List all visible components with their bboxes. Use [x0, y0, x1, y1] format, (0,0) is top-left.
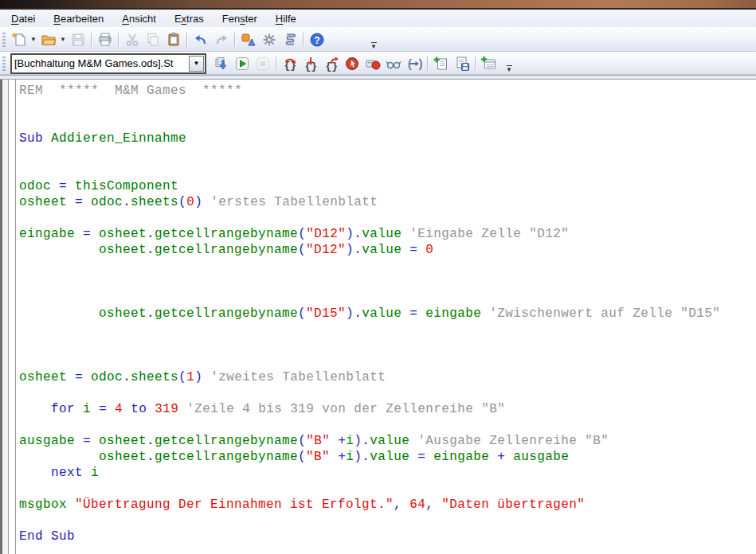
insert-module-button[interactable]	[431, 53, 452, 74]
code-editor[interactable]: REM ***** M&M Games *****Sub Addieren_Ei…	[16, 80, 756, 554]
code-line: for i = 4 to 319 'Zeile 4 bis 319 von de…	[19, 401, 756, 417]
toolbar-grip[interactable]	[2, 57, 6, 71]
code-line	[19, 322, 756, 337]
chevron-down-icon: ▼	[506, 67, 512, 73]
code-line	[19, 162, 756, 178]
code-line: next i	[19, 465, 756, 481]
code-line: osheet.getcellrangebyname("B" +i).value …	[19, 449, 756, 465]
desktop-background-strip	[0, 0, 756, 10]
find-parentheses-button[interactable]: ()	[404, 53, 425, 74]
save-source-button[interactable]	[452, 53, 472, 74]
insert-module-icon	[433, 56, 449, 72]
toolbar-separator	[303, 33, 304, 47]
save-icon	[70, 32, 86, 48]
step-over-button[interactable]: {}	[280, 53, 300, 74]
open-dropdown-arrow[interactable]: ▼	[59, 30, 67, 49]
copy-button[interactable]	[143, 29, 163, 50]
manage-breakpoints-button[interactable]	[362, 53, 383, 74]
insert-library-icon	[481, 56, 497, 72]
redo-icon	[213, 32, 229, 48]
new-module-dropdown-arrow[interactable]: ▼	[29, 30, 37, 49]
code-line: msgbox "Übertragung Der Einnahmen ist Er…	[19, 497, 756, 513]
step-out-button[interactable]: {}	[321, 53, 342, 74]
breakpoint-button[interactable]	[342, 53, 362, 74]
code-line: osheet = odoc.sheets(1) 'zweites Tabelle…	[19, 369, 756, 385]
paste-icon	[166, 32, 182, 48]
code-line: osheet.getcellrangebyname("D15").value =…	[19, 306, 756, 322]
code-line	[19, 146, 756, 162]
code-line	[19, 290, 756, 306]
toolbar-separator	[186, 33, 188, 47]
compile-button[interactable]	[211, 53, 232, 74]
compile-icon	[213, 56, 229, 72]
breakpoint-icon	[344, 56, 360, 72]
help-button[interactable]: ?	[307, 29, 327, 50]
save-button[interactable]	[68, 29, 88, 50]
code-line	[19, 385, 756, 401]
macro-toolbar: [Buchhaltung M&M Games.ods].St ▼ {}{}{}(…	[0, 52, 756, 75]
editor-left-margin	[2, 80, 8, 554]
code-line: odoc = thisComponent	[19, 178, 756, 194]
redo-button[interactable]	[211, 29, 232, 50]
stop-icon	[255, 56, 271, 72]
breakpoint-gutter[interactable]	[8, 80, 16, 554]
step-out-icon: {}	[323, 56, 339, 72]
print-button[interactable]	[95, 29, 116, 50]
save-source-icon	[454, 56, 470, 72]
menu-item-fenster[interactable]: Fenster	[214, 10, 265, 27]
code-line: eingabe = osheet.getcellrangebyname("D12…	[19, 226, 756, 242]
code-line	[19, 353, 756, 369]
help-icon: ?	[309, 32, 325, 48]
code-line	[19, 210, 756, 226]
macro-toolbar-buttons: {}{}{}()	[211, 53, 499, 74]
step-over-icon: {}	[282, 56, 298, 72]
menu-item-ansicht[interactable]: Ansicht	[114, 10, 164, 27]
code-line	[19, 417, 756, 433]
library-combobox[interactable]: [Buchhaltung M&M Games.ods].St ▼	[10, 53, 206, 74]
step-into-icon: {}	[303, 56, 319, 72]
stop-button[interactable]	[253, 53, 273, 74]
navigator-icon	[241, 32, 257, 48]
copy-icon	[145, 32, 161, 48]
goto-arrow-icon: ()	[406, 56, 422, 72]
code-line	[19, 337, 756, 353]
code-line	[19, 258, 756, 274]
new-module-button[interactable]	[9, 29, 29, 50]
code-line	[19, 115, 756, 131]
enable-watch-button[interactable]	[383, 53, 404, 74]
toolbar-separator	[234, 33, 236, 47]
menu-bar: DateiBearbeitenAnsichtExtrasFensterHilfe	[0, 10, 756, 27]
run-icon	[234, 56, 250, 72]
library-combobox-value[interactable]: [Buchhaltung M&M Games.ods].St	[12, 55, 188, 72]
options-button[interactable]	[259, 29, 280, 50]
toolbar-grip[interactable]	[2, 33, 6, 47]
toolbar-separator	[91, 33, 92, 47]
macros-button[interactable]	[280, 29, 300, 50]
editor-region: REM ***** M&M Games *****Sub Addieren_Ei…	[0, 80, 756, 554]
cut-button[interactable]	[122, 29, 143, 50]
code-line	[19, 274, 756, 290]
step-into-button[interactable]: {}	[300, 53, 321, 74]
toolbar-overflow-button[interactable]: ▼	[504, 57, 514, 73]
code-line	[19, 513, 756, 529]
toolbar-overflow-button[interactable]: ▼	[369, 34, 378, 50]
gear-icon	[261, 32, 277, 48]
menu-item-extras[interactable]: Extras	[166, 10, 212, 27]
menu-item-hilfe[interactable]: Hilfe	[268, 10, 304, 27]
paste-button[interactable]	[163, 29, 184, 50]
watch-icon	[386, 56, 402, 72]
open-button[interactable]	[38, 29, 59, 50]
menu-item-datei[interactable]: Datei	[3, 10, 43, 27]
insert-library-button[interactable]	[479, 53, 499, 74]
menu-item-bearbeiten[interactable]: Bearbeiten	[45, 10, 112, 27]
combobox-dropdown-button[interactable]: ▼	[189, 56, 204, 72]
run-button[interactable]	[232, 53, 253, 74]
toolbar-separator	[276, 57, 277, 71]
chevron-down-icon: ▼	[194, 60, 200, 67]
code-line: ausgabe = osheet.getcellrangebyname("B" …	[19, 433, 756, 449]
code-line	[19, 99, 756, 115]
navigator-button[interactable]	[238, 29, 259, 50]
open-icon	[41, 32, 57, 48]
undo-button[interactable]	[190, 29, 211, 50]
standard-toolbar: ▼▼? ▼	[0, 27, 756, 52]
